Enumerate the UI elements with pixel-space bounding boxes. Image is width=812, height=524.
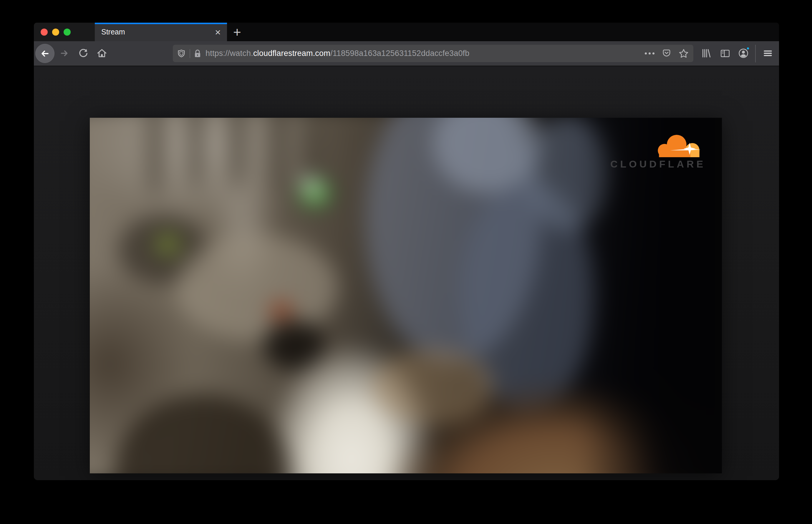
forward-arrow-icon xyxy=(59,48,70,59)
video-frame-art xyxy=(90,118,722,473)
reload-icon xyxy=(78,48,88,59)
titlebar[interactable]: Stream × + xyxy=(34,23,779,41)
active-tab-indicator xyxy=(95,23,227,24)
page-content: CLOUDFLARE xyxy=(34,66,779,480)
tab-close-button[interactable]: × xyxy=(212,27,224,38)
home-button[interactable] xyxy=(95,46,109,60)
navigation-toolbar: https://watch.cloudflarestream.com/11859… xyxy=(34,41,779,66)
video-art-blob xyxy=(303,178,316,189)
address-bar-divider xyxy=(190,49,190,58)
pocket-icon xyxy=(661,48,672,59)
cloudflare-cloud-icon xyxy=(655,133,702,158)
traffic-light-zone xyxy=(34,23,95,41)
url-domain: cloudflarestream.com xyxy=(253,49,330,58)
home-icon xyxy=(96,48,108,59)
cloudflare-watermark: CLOUDFLARE xyxy=(610,133,704,170)
bookmark-star-button[interactable] xyxy=(678,47,690,60)
account-button[interactable] xyxy=(736,46,750,60)
address-bar-left xyxy=(173,48,202,60)
forward-button[interactable] xyxy=(57,46,71,60)
notification-dot xyxy=(746,47,750,50)
shield-icon xyxy=(177,49,186,58)
page-actions-button[interactable] xyxy=(643,47,656,60)
url-text[interactable]: https://watch.cloudflarestream.com/11859… xyxy=(206,49,470,58)
zoom-window-button[interactable] xyxy=(64,29,71,36)
hamburger-icon xyxy=(762,48,774,59)
url-scheme-subdomain: https://watch. xyxy=(206,49,253,58)
address-bar-actions xyxy=(643,45,691,62)
save-to-pocket-button[interactable] xyxy=(660,47,673,60)
video-player[interactable]: CLOUDFLARE xyxy=(90,118,722,473)
back-button[interactable] xyxy=(35,44,54,63)
tracking-protection-button[interactable] xyxy=(176,48,187,60)
reload-button[interactable] xyxy=(76,46,90,60)
back-arrow-icon xyxy=(39,48,51,60)
tab-title: Stream xyxy=(95,28,212,36)
close-window-button[interactable] xyxy=(40,29,48,36)
menu-button[interactable] xyxy=(761,46,775,60)
sidebar-icon xyxy=(719,48,731,59)
library-button[interactable] xyxy=(699,46,713,60)
toolbar-divider xyxy=(755,45,756,62)
screen-background: Stream × + xyxy=(0,0,812,524)
star-icon xyxy=(678,48,689,59)
browser-window: Stream × + xyxy=(34,23,779,480)
video-art-cat-nose xyxy=(268,300,295,321)
sidebar-button[interactable] xyxy=(718,46,732,60)
video-art-blob xyxy=(372,349,494,425)
ellipsis-icon xyxy=(645,52,654,54)
cloudflare-logo-text: CLOUDFLARE xyxy=(610,158,704,170)
library-icon xyxy=(700,48,712,59)
minimize-window-button[interactable] xyxy=(52,29,59,36)
video-art-cat-eye xyxy=(151,229,184,259)
lock-icon[interactable] xyxy=(193,49,202,59)
address-bar[interactable]: https://watch.cloudflarestream.com/11859… xyxy=(173,45,693,62)
url-path: /118598a163a125631152ddaccfe3a0fb xyxy=(330,49,470,58)
tab-stream[interactable]: Stream × xyxy=(95,23,227,41)
video-art-blob xyxy=(582,118,722,473)
new-tab-button[interactable]: + xyxy=(230,25,244,38)
